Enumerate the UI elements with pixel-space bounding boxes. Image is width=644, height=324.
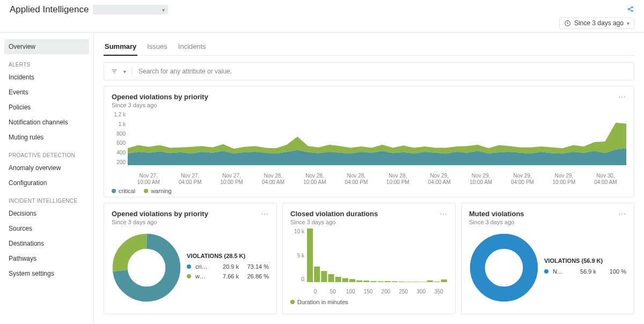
donut-heading: VIOLATIONS (28.5 K) bbox=[187, 253, 269, 259]
sidebar-item-notification-channels[interactable]: Notification channels bbox=[4, 115, 89, 130]
svg-rect-12 bbox=[307, 229, 313, 282]
card-opened-violations-donut: Opened violations by priority Since 3 da… bbox=[104, 203, 277, 314]
svg-rect-15 bbox=[328, 274, 334, 282]
card-subtitle: Since 3 days ago bbox=[112, 102, 208, 108]
legend-item: Duration in minutes bbox=[290, 299, 348, 305]
card-title: Opened violations by priority bbox=[112, 210, 208, 218]
donut-chart bbox=[112, 233, 181, 303]
card-subtitle: Since 3 days ago bbox=[290, 219, 378, 225]
donut-chart bbox=[469, 233, 539, 303]
filter-icon bbox=[111, 68, 118, 75]
sidebar-item-muting-rules[interactable]: Muting rules bbox=[4, 130, 89, 145]
svg-rect-31 bbox=[441, 279, 447, 282]
card-menu-icon[interactable]: ⋯ bbox=[618, 93, 626, 101]
sidebar-item-sources[interactable]: Sources bbox=[4, 221, 89, 236]
sidebar-item-overview[interactable]: Overview bbox=[4, 39, 89, 54]
svg-point-34 bbox=[478, 241, 531, 294]
sidebar-item-pathways[interactable]: Pathways bbox=[4, 251, 89, 266]
legend-item: critical bbox=[112, 188, 135, 194]
account-selector[interactable]: ▾ bbox=[93, 5, 168, 14]
sidebar-group-label: INCIDENT INTELLIGENCE bbox=[4, 190, 89, 206]
donut-heading: VIOLATIONS (56.9 K) bbox=[544, 257, 626, 264]
main-content: SummaryIssuesIncidents ▾ Opened violatio… bbox=[94, 33, 644, 324]
card-opened-violations-area: Opened violations by priority Since 3 da… bbox=[104, 86, 634, 197]
share-icon[interactable] bbox=[627, 5, 634, 14]
y-axis: 10 k5 k0 bbox=[290, 229, 306, 282]
tab-issues[interactable]: Issues bbox=[146, 39, 169, 56]
card-menu-icon[interactable]: ⋯ bbox=[618, 210, 626, 218]
x-axis: 050100150200250300350 bbox=[306, 289, 448, 294]
bar-chart bbox=[306, 229, 448, 282]
header: Applied Intelligence ▾ Since 3 days ago … bbox=[0, 0, 644, 33]
card-title: Closed violation durations bbox=[290, 210, 378, 218]
legend: Duration in minutes bbox=[290, 299, 448, 305]
svg-point-1 bbox=[632, 6, 633, 8]
svg-rect-14 bbox=[321, 271, 327, 282]
x-axis: Nov 27,10:00 AMNov 27,04:00 PMNov 27,10:… bbox=[128, 173, 626, 186]
chevron-down-icon[interactable]: ▾ bbox=[123, 69, 126, 75]
clock-icon bbox=[564, 20, 571, 27]
sidebar-item-policies[interactable]: Policies bbox=[4, 100, 89, 115]
svg-point-2 bbox=[632, 10, 633, 12]
svg-line-4 bbox=[630, 9, 632, 10]
tab-summary[interactable]: Summary bbox=[104, 39, 137, 56]
sidebar-item-events[interactable]: Events bbox=[4, 85, 89, 100]
page-title: Applied Intelligence bbox=[10, 4, 89, 15]
card-title: Muted violations bbox=[469, 210, 524, 218]
svg-line-3 bbox=[630, 8, 632, 9]
svg-rect-29 bbox=[427, 281, 433, 282]
sidebar: OverviewALERTSIncidentsEventsPoliciesNot… bbox=[0, 33, 94, 324]
sidebar-item-destinations[interactable]: Destinations bbox=[4, 236, 89, 251]
sidebar-item-anomaly-overview[interactable]: Anomaly overview bbox=[4, 160, 89, 175]
card-menu-icon[interactable]: ⋯ bbox=[261, 210, 269, 218]
chevron-down-icon: ▾ bbox=[627, 20, 630, 26]
search-bar[interactable]: ▾ bbox=[104, 62, 634, 80]
legend-row: w… 7.66 k 26.86 % bbox=[187, 273, 269, 279]
svg-point-0 bbox=[628, 8, 630, 10]
svg-rect-20 bbox=[363, 281, 369, 282]
sidebar-item-configuration[interactable]: Configuration bbox=[4, 175, 89, 190]
sidebar-item-system-settings[interactable]: System settings bbox=[4, 266, 89, 281]
svg-rect-21 bbox=[370, 281, 376, 282]
svg-rect-19 bbox=[356, 281, 362, 282]
card-title: Opened violations by priority bbox=[112, 93, 208, 101]
tab-incidents[interactable]: Incidents bbox=[177, 39, 207, 56]
area-chart bbox=[128, 112, 626, 165]
sidebar-group-label: ALERTS bbox=[4, 54, 89, 70]
svg-rect-18 bbox=[349, 279, 355, 282]
card-subtitle: Since 3 days ago bbox=[112, 219, 208, 225]
sidebar-group-label: PROACTIVE DETECTION bbox=[4, 145, 89, 160]
legend-item: warning bbox=[144, 188, 172, 194]
svg-rect-13 bbox=[314, 267, 320, 282]
divider bbox=[131, 67, 132, 76]
sidebar-item-decisions[interactable]: Decisions bbox=[4, 206, 89, 221]
chevron-down-icon: ▾ bbox=[162, 7, 165, 13]
svg-rect-23 bbox=[385, 281, 391, 282]
card-muted-violations: Muted violations Since 3 days ago ⋯ VIOL… bbox=[461, 203, 634, 314]
sidebar-item-incidents[interactable]: Incidents bbox=[4, 70, 89, 85]
card-closed-violation-durations: Closed violation durations Since 3 days … bbox=[282, 203, 456, 314]
search-input[interactable] bbox=[137, 67, 627, 76]
card-subtitle: Since 3 days ago bbox=[469, 219, 524, 225]
svg-rect-16 bbox=[335, 277, 341, 282]
legend: criticalwarning bbox=[112, 188, 626, 194]
time-range-picker[interactable]: Since 3 days ago ▾ bbox=[559, 17, 634, 29]
svg-rect-17 bbox=[342, 278, 348, 283]
card-menu-icon[interactable]: ⋯ bbox=[440, 210, 448, 218]
time-range-label: Since 3 days ago bbox=[574, 19, 624, 27]
tabs: SummaryIssuesIncidents bbox=[104, 39, 634, 56]
legend-row: N… 56.9 k 100 % bbox=[544, 268, 626, 275]
legend-row: cri… 20.9 k 73.14 % bbox=[187, 263, 269, 270]
y-axis: 1.2 k1 k800600400200 bbox=[112, 112, 128, 165]
